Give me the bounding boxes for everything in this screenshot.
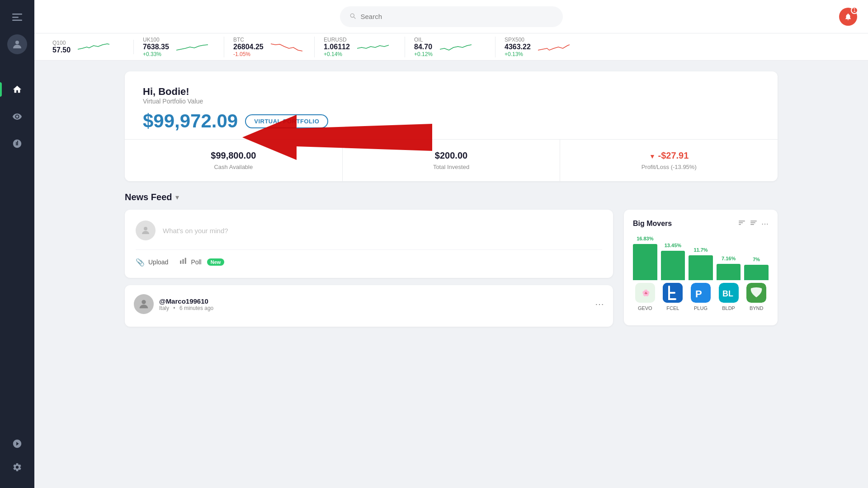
post-user-details: @Marco199610 Italy • 6 minutes ago xyxy=(159,297,213,311)
mover-plug-ticker: PLUG xyxy=(694,305,708,311)
stat-pl-label: Profit/Loss (-13.95%) xyxy=(569,164,769,170)
big-movers-controls: ⋯ xyxy=(738,219,769,229)
stat-total-invested: $200.00 Total Invested xyxy=(343,140,561,181)
greeting-text: Hi, Bodie! xyxy=(143,86,760,98)
portfolio-card: Hi, Bodie! Virtual Portfolio Value $99,9… xyxy=(125,71,778,181)
main-content: Hi, Bodie! Virtual Portfolio Value $99,9… xyxy=(34,61,868,488)
new-badge: New xyxy=(207,258,225,266)
upload-label: Upload xyxy=(148,258,168,266)
mover-fcel[interactable]: 13.45% FCEL xyxy=(661,243,685,311)
mover-gevo-logo: 🌸 xyxy=(635,283,655,303)
mover-plug-logo: P xyxy=(691,283,711,303)
mover-gevo-pct: 16.83% xyxy=(637,236,653,241)
mover-fcel-logo xyxy=(663,283,683,303)
portfolio-chart-icon[interactable] xyxy=(7,134,27,154)
composer-input-row: What's on your mind? xyxy=(136,221,602,240)
notification-badge: 1 xyxy=(851,7,858,14)
stat-cash-value: $99,800.00 xyxy=(134,150,333,161)
mover-bldp[interactable]: 7.16% BL BLDP xyxy=(717,256,741,311)
portfolio-header: Hi, Bodie! Virtual Portfolio Value xyxy=(143,86,760,105)
ticker-uk100[interactable]: UK100 7638.35 +0.33% xyxy=(134,37,224,57)
news-feed-body: What's on your mind? 📎 Upload xyxy=(125,210,778,327)
news-post-0: @Marco199610 Italy • 6 minutes ago ⋯ xyxy=(125,285,613,327)
post-username: @Marco199610 xyxy=(159,297,213,305)
mover-fcel-bar xyxy=(661,251,685,280)
explore-icon[interactable] xyxy=(7,434,27,454)
mover-bynd-pct: 7% xyxy=(753,257,760,262)
svg-rect-1 xyxy=(12,17,19,18)
settings-icon[interactable] xyxy=(7,457,27,477)
main-area: 1 Q100 57.50 UK100 7638.35 +0.33% xyxy=(34,0,868,488)
sort-up-icon[interactable] xyxy=(738,219,746,229)
composer-actions: 📎 Upload xyxy=(136,249,602,267)
search-bar[interactable] xyxy=(340,6,563,27)
search-input[interactable] xyxy=(361,13,554,20)
mover-bldp-logo: BL xyxy=(719,283,739,303)
mover-fcel-pct: 13.45% xyxy=(665,243,681,248)
mover-bldp-ticker: BLDP xyxy=(722,305,735,311)
menu-icon[interactable] xyxy=(7,7,27,27)
post-header: @Marco199610 Italy • 6 minutes ago ⋯ xyxy=(134,294,604,314)
sort-down-icon[interactable] xyxy=(750,219,758,229)
portfolio-value: $99,972.09 xyxy=(143,110,238,132)
stat-pl-value: ▼ -$27.91 xyxy=(569,150,769,161)
stat-profit-loss: ▼ -$27.91 Profit/Loss (-13.95%) xyxy=(560,140,778,181)
mover-bynd-logo xyxy=(746,283,766,303)
virtual-portfolio-button[interactable]: VIRTUAL PORTFOLIO xyxy=(245,114,328,128)
post-meta: Italy • 6 minutes ago xyxy=(159,305,213,311)
more-options-icon[interactable]: ⋯ xyxy=(761,220,769,228)
svg-point-3 xyxy=(15,41,19,44)
svg-point-9 xyxy=(142,300,146,304)
svg-rect-6 xyxy=(180,261,182,264)
poll-action[interactable]: Poll New xyxy=(179,257,224,267)
mover-plug[interactable]: 11.7% P PLUG xyxy=(689,247,713,311)
ticker-oil[interactable]: OIL 84.70 +0.12% xyxy=(405,37,495,57)
svg-rect-0 xyxy=(12,14,22,15)
composer-placeholder[interactable]: What's on your mind? xyxy=(163,227,602,235)
svg-rect-2 xyxy=(12,20,22,21)
mover-bynd-bar xyxy=(744,265,769,280)
poll-icon xyxy=(179,257,187,267)
stat-invested-value: $200.00 xyxy=(352,150,551,161)
mover-gevo[interactable]: 16.83% 🌸 GEVO xyxy=(633,236,657,311)
chevron-down-icon: ▾ xyxy=(175,193,179,202)
svg-text:🌸: 🌸 xyxy=(642,289,650,297)
post-composer: What's on your mind? 📎 Upload xyxy=(125,210,613,278)
mover-plug-bar xyxy=(689,255,713,280)
watchlist-icon[interactable] xyxy=(7,107,27,127)
svg-text:P: P xyxy=(695,288,702,300)
movers-grid: 16.83% 🌸 GEVO 13 xyxy=(633,236,769,311)
mover-bldp-pct: 7.16% xyxy=(722,256,736,261)
mover-fcel-ticker: FCEL xyxy=(666,305,679,311)
mover-gevo-ticker: GEVO xyxy=(638,305,652,311)
post-user-info: @Marco199610 Italy • 6 minutes ago xyxy=(134,294,213,314)
post-more-button[interactable]: ⋯ xyxy=(595,299,604,310)
svg-rect-7 xyxy=(183,259,184,264)
composer-avatar xyxy=(136,221,156,240)
ticker-bar: Q100 57.50 UK100 7638.35 +0.33% BTC 2680… xyxy=(34,33,868,61)
mover-bldp-bar xyxy=(717,264,741,280)
svg-text:BL: BL xyxy=(722,289,733,298)
svg-point-5 xyxy=(144,227,147,230)
ticker-btc[interactable]: BTC 26804.25 -1.05% xyxy=(224,37,315,57)
portfolio-stats: $99,800.00 Cash Available $200.00 Total … xyxy=(125,139,778,181)
ticker-spx500[interactable]: SPX500 4363.22 +0.13% xyxy=(495,37,586,57)
search-icon xyxy=(349,12,356,21)
news-feed-header[interactable]: News Feed ▾ xyxy=(125,192,778,202)
stat-cash-label: Cash Available xyxy=(134,164,333,170)
ticker-q100[interactable]: Q100 57.50 xyxy=(43,40,134,54)
big-movers-title: Big Movers xyxy=(633,220,672,228)
ticker-eurusd[interactable]: EURUSD 1.06112 +0.14% xyxy=(315,37,405,57)
upload-action[interactable]: 📎 Upload xyxy=(136,257,168,267)
notification-button[interactable]: 1 xyxy=(839,8,857,26)
news-feed-section: News Feed ▾ xyxy=(125,192,778,327)
news-feed-title: News Feed xyxy=(125,192,172,202)
user-profile-icon[interactable] xyxy=(7,34,27,54)
stat-invested-label: Total Invested xyxy=(352,164,551,170)
home-icon[interactable] xyxy=(7,80,27,99)
svg-rect-8 xyxy=(185,258,186,264)
mover-bynd-ticker: BYND xyxy=(750,305,764,311)
mover-plug-pct: 11.7% xyxy=(693,247,708,253)
portfolio-value-row: $99,972.09 VIRTUAL PORTFOLIO xyxy=(143,110,760,132)
mover-bynd[interactable]: 7% BYND xyxy=(744,257,769,311)
